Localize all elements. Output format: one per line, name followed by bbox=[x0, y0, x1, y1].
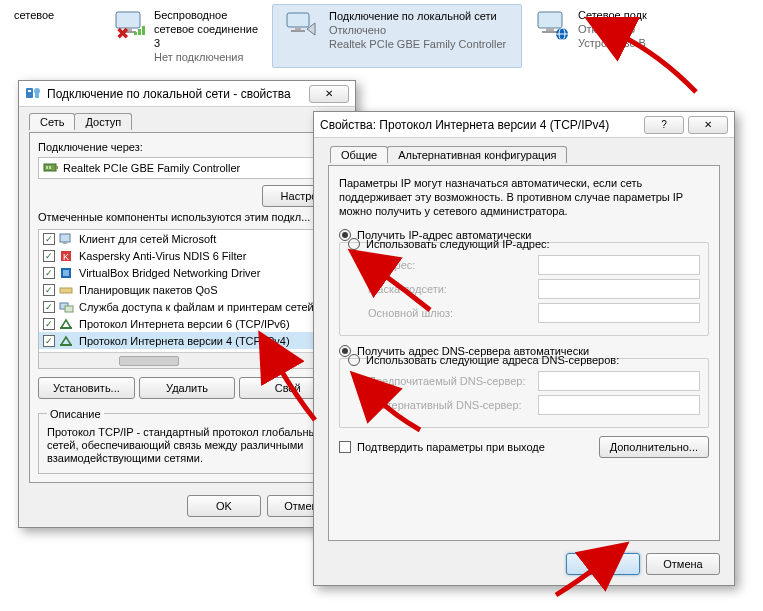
checkbox-icon[interactable] bbox=[43, 284, 55, 296]
lan-sub1: Отключено bbox=[329, 23, 506, 37]
horizontal-scrollbar[interactable] bbox=[39, 352, 335, 368]
adapter-name: Realtek PCIe GBE Family Controller bbox=[63, 162, 240, 174]
svg-rect-24 bbox=[63, 242, 67, 244]
dns2-input bbox=[538, 395, 700, 415]
connect-via-label: Подключение через: bbox=[38, 141, 336, 153]
svg-rect-3 bbox=[134, 32, 137, 35]
qos-icon bbox=[59, 283, 75, 297]
svg-text:K: K bbox=[63, 252, 69, 262]
tab-panel-network: Подключение через: Realtek PCIe GBE Fami… bbox=[29, 132, 345, 483]
components-label: Отмеченные компоненты используются этим … bbox=[38, 211, 336, 223]
svg-rect-23 bbox=[60, 234, 70, 242]
checkbox-icon[interactable] bbox=[43, 318, 55, 330]
svg-rect-12 bbox=[542, 31, 558, 33]
svg-rect-28 bbox=[63, 270, 69, 276]
lan-sub2: Realtek PCIe GBE Family Controller bbox=[329, 37, 506, 51]
svg-rect-20 bbox=[46, 166, 48, 169]
checkbox-icon[interactable] bbox=[43, 267, 55, 279]
tab-network[interactable]: Сеть bbox=[29, 113, 75, 130]
tab-sharing[interactable]: Доступ bbox=[74, 113, 132, 130]
svg-text:✖: ✖ bbox=[116, 25, 129, 40]
help-button[interactable]: ? bbox=[644, 116, 684, 134]
ipv6-icon bbox=[59, 317, 75, 331]
net-item-network[interactable]: Сетевое подк Отключено Устройство B bbox=[522, 4, 662, 68]
lan-title: Подключение по локальной сети bbox=[329, 9, 506, 23]
checkbox-icon[interactable] bbox=[43, 233, 55, 245]
svg-rect-8 bbox=[295, 27, 301, 30]
ok-button[interactable]: OK bbox=[566, 553, 640, 575]
remove-button[interactable]: Удалить bbox=[139, 377, 236, 399]
svg-rect-31 bbox=[65, 306, 73, 312]
vbox-icon bbox=[59, 266, 75, 280]
svg-rect-32 bbox=[60, 327, 72, 329]
net-item-prev: сетевое bbox=[4, 4, 102, 68]
net-item-lan[interactable]: Подключение по локальной сети Отключено … bbox=[272, 4, 522, 68]
network-sub1: Отключено bbox=[578, 22, 647, 36]
lan-icon bbox=[283, 9, 323, 43]
ok-button[interactable]: OK bbox=[187, 495, 261, 517]
svg-rect-33 bbox=[60, 344, 72, 346]
wireless-sub: Нет подключения bbox=[154, 50, 262, 64]
description-text: Протокол TCP/IP - стандартный протокол г… bbox=[47, 426, 327, 465]
install-button[interactable]: Установить... bbox=[38, 377, 135, 399]
list-item: KKaspersky Anti-Virus NDIS 6 Filter bbox=[39, 247, 335, 264]
checkbox-icon[interactable] bbox=[43, 250, 55, 262]
wireless-title: Беспроводное сетевое соединение 3 bbox=[154, 8, 262, 50]
svg-rect-29 bbox=[60, 288, 72, 293]
advanced-button[interactable]: Дополнительно... bbox=[599, 436, 709, 458]
validate-checkbox[interactable] bbox=[339, 441, 351, 453]
dialog-lan-properties: Подключение по локальной сети - свойства… bbox=[18, 80, 356, 528]
adapter-icon bbox=[43, 161, 59, 175]
svg-rect-16 bbox=[28, 90, 31, 92]
svg-rect-7 bbox=[287, 13, 309, 27]
dlg2-title: Свойства: Протокол Интернета версии 4 (T… bbox=[320, 118, 609, 132]
dialog-ipv4-properties: Свойства: Протокол Интернета версии 4 (T… bbox=[313, 111, 735, 586]
close-button[interactable]: ✕ bbox=[309, 85, 349, 103]
ipv4-icon bbox=[59, 334, 75, 348]
checkbox-icon[interactable] bbox=[43, 301, 55, 313]
tab-alt-config[interactable]: Альтернативная конфигурация bbox=[387, 146, 567, 163]
tab-general[interactable]: Общие bbox=[330, 146, 388, 163]
network-title: Сетевое подк bbox=[578, 8, 647, 22]
svg-rect-9 bbox=[291, 30, 305, 32]
list-item-selected: Протокол Интернета версии 4 (TCP/IPv4) bbox=[39, 332, 335, 349]
dialog-icon bbox=[25, 86, 41, 102]
titlebar-lan-props[interactable]: Подключение по локальной сети - свойства… bbox=[19, 81, 355, 107]
description-title: Описание bbox=[47, 408, 104, 420]
components-list[interactable]: Клиент для сетей Microsoft KKaspersky An… bbox=[38, 229, 336, 369]
list-item: Служба доступа к файлам и принтерам сете… bbox=[39, 298, 335, 315]
checkbox-icon[interactable] bbox=[43, 335, 55, 347]
dns1-input bbox=[538, 371, 700, 391]
list-item: Планировщик пакетов QoS bbox=[39, 281, 335, 298]
intro-text: Параметры IP могут назначаться автоматич… bbox=[339, 176, 709, 218]
net-prev-label: сетевое bbox=[14, 8, 54, 22]
close-button[interactable]: ✕ bbox=[688, 116, 728, 134]
mask-input bbox=[538, 279, 700, 299]
network-icon bbox=[532, 8, 572, 42]
network-connections-bar: сетевое ✖ Беспроводное сетевое соединени… bbox=[4, 4, 759, 68]
svg-rect-11 bbox=[546, 28, 554, 31]
network-sub2: Устройство B bbox=[578, 36, 647, 50]
svg-rect-22 bbox=[56, 166, 58, 169]
wireless-icon: ✖ bbox=[112, 8, 148, 42]
titlebar-ipv4[interactable]: Свойства: Протокол Интернета версии 4 (T… bbox=[314, 112, 734, 138]
adapter-field: Realtek PCIe GBE Family Controller bbox=[38, 157, 336, 179]
cancel-button[interactable]: Отмена bbox=[646, 553, 720, 575]
list-item: Протокол Интернета версии 6 (TCP/IPv6) bbox=[39, 315, 335, 332]
svg-rect-21 bbox=[49, 166, 51, 169]
client-icon bbox=[59, 232, 75, 246]
net-item-wireless[interactable]: ✖ Беспроводное сетевое соединение 3 Нет … bbox=[102, 4, 272, 68]
radio-dns-manual[interactable] bbox=[348, 354, 360, 366]
kav-icon: K bbox=[59, 249, 75, 263]
list-item: Клиент для сетей Microsoft bbox=[39, 230, 335, 247]
svg-rect-10 bbox=[538, 12, 562, 28]
svg-rect-4 bbox=[138, 29, 141, 35]
radio-ip-manual[interactable] bbox=[348, 238, 360, 250]
svg-rect-18 bbox=[35, 93, 39, 98]
dlg1-title: Подключение по локальной сети - свойства bbox=[47, 87, 291, 101]
svg-rect-5 bbox=[142, 26, 145, 35]
list-item: VirtualBox Bridged Networking Driver bbox=[39, 264, 335, 281]
ip-input bbox=[538, 255, 700, 275]
gateway-input bbox=[538, 303, 700, 323]
fileshare-icon bbox=[59, 300, 75, 314]
